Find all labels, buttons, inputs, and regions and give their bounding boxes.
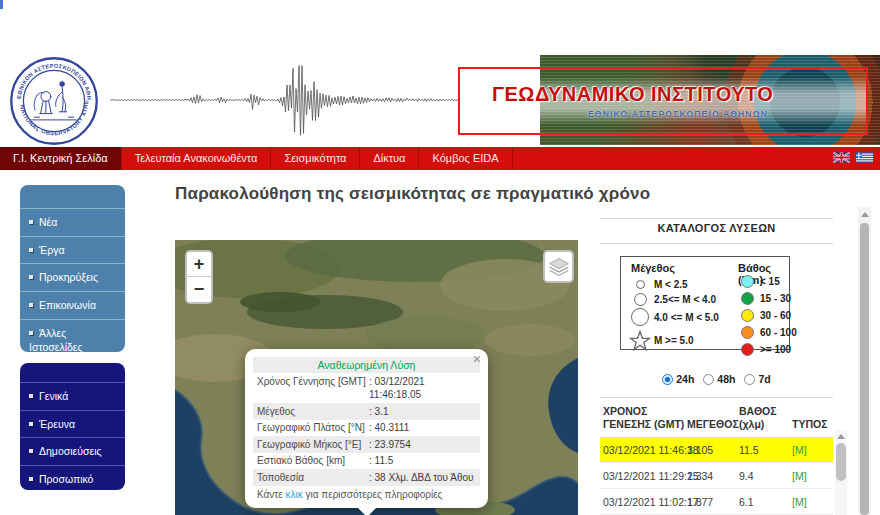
popup-title: Αναθεωρημένη Λύση — [253, 357, 480, 373]
popup-row: Εστιακό Βάθος [km]: 11.5 — [253, 453, 480, 470]
sidebar-item-label: Προκηρύξεις — [39, 271, 98, 283]
institute-banner[interactable]: ΓΕΩΔΥΝΑΜΙΚΟ ΙΝΣΤΙΤΟΥΤΟ ΕΘΝΙΚΟ ΑΣΤΕΡΟΣΚΟΠ… — [458, 67, 868, 135]
table-row[interactable]: 03/12/2021 11:02:17.771.86.1[M] — [600, 489, 833, 515]
time-filter-7d[interactable]: 7d — [744, 373, 770, 385]
scroll-up-icon[interactable] — [837, 434, 845, 439]
sidebar-item-1[interactable]: Νέα — [20, 208, 125, 236]
earthquake-table: ΧΡΟΝΟΣ ΓΕΝΕΣΗΣ (GMT) ΜΕΓΕΘΟΣ ΒΑΘΟΣ (χλμ)… — [600, 403, 833, 515]
bullet-icon — [29, 275, 33, 279]
layers-icon — [548, 256, 570, 278]
cell-time: 03/12/2021 11:29:15.34 — [600, 470, 687, 482]
time-filter-label: 24h — [676, 373, 694, 385]
bullet-icon — [29, 394, 33, 398]
popup-tip — [357, 507, 377, 515]
legend-depth-row: >= 100 — [741, 341, 797, 358]
sidebar-item-secondary-2[interactable]: Έρευνα — [20, 410, 125, 438]
legend-magnitude-rows: M < 2.52.5<= M < 4.04.0 <= M < 5.0M >= 5… — [629, 277, 729, 354]
nav-item-2[interactable]: Τελευταία Ανακοινωθέντα — [122, 147, 272, 170]
sidebar-item-2[interactable]: Έργα — [20, 236, 125, 264]
cell-magnitude: 3.1 — [687, 444, 739, 456]
popup-row-label: Τοποθεσία — [257, 471, 369, 485]
col-header-magnitude: ΜΕΓΕΘΟΣ — [687, 418, 739, 431]
sidebar-secondary: ΓενικάΈρευναΔημοσιεύσειςΠροσωπικό — [20, 363, 125, 490]
sidebar-item-secondary-1[interactable]: Γενικά — [20, 382, 125, 410]
sidebar-item-label: Επικοινωνία — [39, 299, 96, 311]
seismogram-waveform — [110, 60, 458, 140]
popup-footer: Κάντε κλικ για περισσότερες πληροφορίες — [253, 488, 480, 501]
cell-depth: 6.1 — [739, 496, 792, 508]
legend-depth-label: 60 - 100 — [760, 327, 797, 338]
table-row[interactable]: 03/12/2021 11:46:18.053.111.5[M] — [600, 437, 833, 463]
nav-item-3[interactable]: Σεισμικότητα — [271, 147, 360, 170]
popup-close-icon[interactable]: × — [473, 352, 481, 366]
sidebar-item-label: Προσωπικό — [39, 473, 93, 485]
time-filter-24h[interactable]: 24h — [662, 373, 694, 385]
legend-depth-label: < 15 — [760, 276, 780, 287]
cell-magnitude: 1.8 — [687, 496, 739, 508]
time-filter-48h[interactable]: 48h — [703, 373, 735, 385]
sidebar-item-4[interactable]: Επικοινωνία — [20, 291, 125, 319]
radio-icon[interactable] — [744, 374, 755, 385]
zoom-out-button[interactable]: − — [187, 277, 211, 302]
sidebar-item-label: Νέα — [39, 216, 57, 228]
scroll-up-icon[interactable] — [861, 212, 869, 217]
table-scrollbar-thumb[interactable] — [836, 443, 846, 481]
nav-item-4[interactable]: Δίκτυα — [360, 147, 419, 170]
cell-depth: 9.4 — [739, 470, 792, 482]
popup-row: Τοποθεσία: 38 Χλμ. ΔΒΔ του Άθου — [253, 469, 480, 486]
radio-selected-icon[interactable] — [662, 374, 673, 385]
page-title: Παρακολούθηση της σεισμικότητας σε πραγμ… — [175, 184, 650, 204]
sidebar-item-3[interactable]: Προκηρύξεις — [20, 263, 125, 291]
radio-icon[interactable] — [703, 374, 714, 385]
legend-magnitude-label: M < 2.5 — [654, 279, 688, 290]
sidebar-item-5[interactable]: Άλλες Ιστοσελίδες — [20, 319, 125, 361]
browser-artifact — [0, 0, 3, 9]
sidebar-item-secondary-4[interactable]: Προσωπικό — [20, 465, 125, 493]
table-scrollbar — [835, 430, 847, 515]
nav-menu: Γ.Ι. Κεντρική ΣελίδαΤελευταία Ανακοινωθέ… — [0, 147, 880, 170]
legend-magnitude-title: Μέγεθος — [631, 262, 675, 274]
sidebar-item-secondary-3[interactable]: Δημοσιεύσεις — [20, 437, 125, 465]
cell-time: 03/12/2021 11:02:17.77 — [600, 496, 687, 508]
popup-rows: Χρόνος Γέννησης [GMT]: 03/12/2021 11:46:… — [245, 373, 488, 486]
popup-row-label: Μέγεθος — [257, 405, 369, 419]
page-scrollbar — [858, 207, 871, 515]
bullet-icon — [29, 248, 33, 252]
cell-type: [M] — [792, 444, 833, 456]
popup-row: Χρόνος Γέννησης [GMT]: 03/12/2021 11:46:… — [253, 373, 480, 403]
divider — [600, 218, 833, 219]
nav-item-5[interactable]: Κόμβος EIDA — [419, 147, 512, 170]
seismicity-map[interactable]: + − × Αναθεωρημένη Λύση Χρόνος Γέννησης … — [175, 240, 578, 515]
solutions-panel: ΚΑΤΑΛΟΓΟΣ ΛΥΣΕΩΝ Μέγεθος Βάθος (Km) M < … — [600, 205, 833, 515]
popup-footer-post: για περισσότερες πληροφορίες — [303, 489, 443, 500]
depth-color-icon — [741, 292, 754, 305]
popup-row: Γεωγραφικό Πλάτος [°N]: 40.3111 — [253, 420, 480, 437]
page-scrollbar-thumb[interactable] — [860, 223, 869, 515]
cell-magnitude: 2.3 — [687, 470, 739, 482]
english-flag-icon[interactable] — [833, 152, 850, 163]
layers-control[interactable] — [543, 250, 574, 283]
star-icon — [629, 330, 651, 352]
bullet-icon — [29, 331, 33, 335]
legend-magnitude-label: 4.0 <= M < 5.0 — [654, 312, 719, 323]
legend-depth-row: 60 - 100 — [741, 324, 797, 341]
popup-row-label: Εστιακό Βάθος [km] — [257, 454, 369, 468]
main-nav: Γ.Ι. Κεντρική ΣελίδαΤελευταία Ανακοινωθέ… — [0, 147, 880, 170]
zoom-in-button[interactable]: + — [187, 252, 211, 277]
nav-item-1[interactable]: Γ.Ι. Κεντρική Σελίδα — [0, 147, 122, 170]
table-row[interactable]: 03/12/2021 11:29:15.342.39.4[M] — [600, 463, 833, 489]
divider — [600, 243, 833, 244]
bullet-icon — [29, 477, 33, 481]
legend-depth-label: 30 - 60 — [760, 310, 791, 321]
observatory-seal-logo[interactable]: ΕΘΝΙΚΟΝ ΑΣΤΕΡΟΣΚΟΠΕΙΟΝ ΑΘΗΝΩΝ NATIONAL O… — [8, 56, 100, 146]
popup-more-info-link[interactable]: κλικ — [286, 489, 303, 500]
sidebar-item-label: Άλλες Ιστοσελίδες — [29, 327, 83, 354]
popup-row-value: : 40.3111 — [369, 421, 476, 435]
cell-time: 03/12/2021 11:46:18.05 — [600, 444, 687, 456]
legend-magnitude-row: 2.5<= M < 4.0 — [629, 292, 729, 307]
greek-flag-icon[interactable] — [856, 152, 873, 163]
earthquake-popup: × Αναθεωρημένη Λύση Χρόνος Γέννησης [GMT… — [245, 349, 488, 508]
map-zoom-control: + − — [185, 250, 213, 304]
legend-magnitude-label: M >= 5.0 — [654, 335, 693, 346]
popup-row-value: : 11.5 — [369, 454, 476, 468]
